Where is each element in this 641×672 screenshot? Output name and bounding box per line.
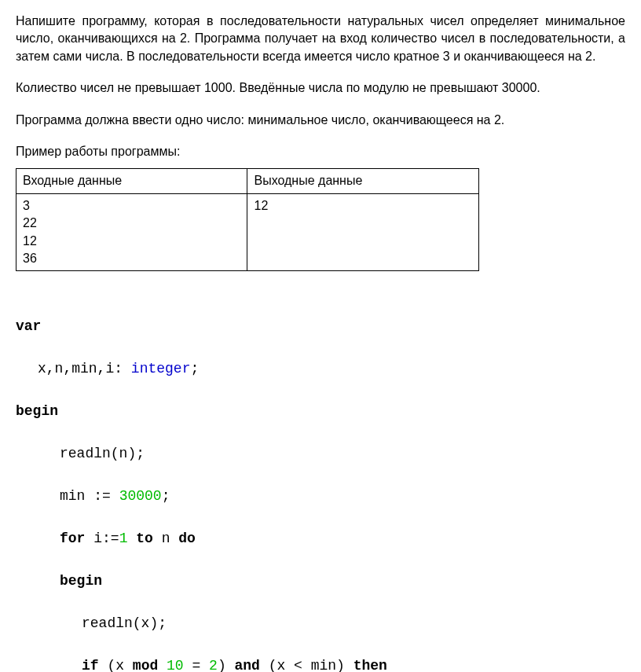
kw-if: if xyxy=(82,658,99,672)
code-num-1: 1 xyxy=(119,531,128,546)
code-for-mid2 xyxy=(127,531,136,546)
output-data-cell: 12 xyxy=(247,193,479,271)
table-header-row: Входные данные Выходные данные xyxy=(16,169,479,193)
example-table: Входные данные Выходные данные 3 22 12 3… xyxy=(16,168,479,271)
code-num-30000: 30000 xyxy=(119,488,162,504)
code-decl-pre: x,n,min,i: xyxy=(38,361,131,376)
header-input: Входные данные xyxy=(16,169,247,193)
table-data-row: 3 22 12 36 12 xyxy=(16,193,479,271)
kw-mod: mod xyxy=(133,658,158,672)
kw-and: and xyxy=(234,658,259,672)
input-data-cell: 3 22 12 36 xyxy=(16,193,247,271)
kw-then: then xyxy=(353,658,387,672)
code-readln-x: readln(x); xyxy=(82,615,167,631)
kw-for: for xyxy=(60,531,85,546)
kw-to: to xyxy=(136,531,153,546)
code-readln-n: readln(n); xyxy=(60,446,145,461)
code-if-mid1: (x xyxy=(99,658,133,672)
code-for-mid1: i:= xyxy=(85,531,119,546)
code-num-2: 2 xyxy=(209,658,218,672)
kw-var: var xyxy=(16,318,41,334)
problem-paragraph-1: Напишите программу, которая в последоват… xyxy=(16,13,625,65)
code-min-post: ; xyxy=(162,488,170,504)
example-label: Пример работы программы: xyxy=(16,143,625,160)
code-min-pre: min := xyxy=(60,488,119,504)
code-if-mid5: (x < min) xyxy=(260,658,353,672)
code-for-mid3: n xyxy=(153,531,178,546)
header-output: Выходные данные xyxy=(247,169,479,193)
code-decl-post: ; xyxy=(190,361,199,376)
code-if-mid2 xyxy=(158,658,167,672)
kw-begin-inner: begin xyxy=(60,573,102,589)
code-if-mid3: = xyxy=(184,658,209,672)
code-type-integer: integer xyxy=(131,361,191,376)
problem-paragraph-2: Колиество чисел не превышает 1000. Введё… xyxy=(16,79,625,97)
kw-begin: begin xyxy=(16,403,58,419)
code-num-10: 10 xyxy=(167,658,184,672)
problem-paragraph-3: Программа должна ввести одно число: мини… xyxy=(16,112,625,129)
kw-do: do xyxy=(178,531,196,546)
code-if-mid4: ) xyxy=(218,658,235,672)
code-block: var x,n,min,i: integer; begin readln(n);… xyxy=(16,295,625,672)
